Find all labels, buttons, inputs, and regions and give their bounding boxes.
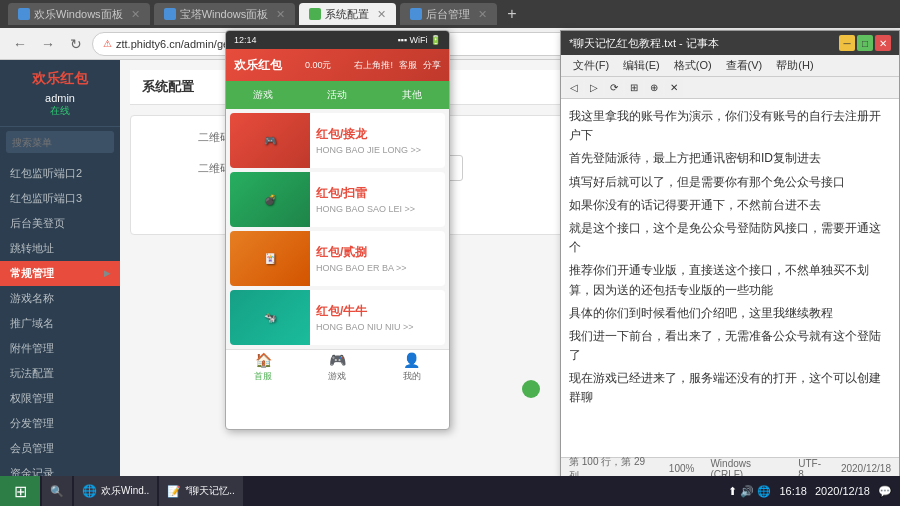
mobile-footer-game-label: 游戏 — [328, 370, 346, 383]
sidebar-item-12[interactable]: 资金记录 — [0, 461, 120, 476]
sidebar-item-2[interactable]: 后台美登页 — [0, 211, 120, 236]
editor-line-1: 首先登陆派待，最上方把通讯密钥和ID复制进去 — [569, 149, 891, 168]
mobile-footer-game[interactable]: 🎮 游戏 — [300, 350, 374, 385]
minimize-button[interactable]: ─ — [839, 35, 855, 51]
mobile-game-subtitle-3: HONG BAO NIU NIU >> — [316, 322, 439, 332]
sidebar-item-1[interactable]: 红包监听端口3 — [0, 186, 120, 211]
browser-titlebar: 欢乐Windows面板 ✕ 宝塔Windows面板 ✕ 系统配置 ✕ 后台管理 … — [0, 0, 900, 28]
tab-2[interactable]: 宝塔Windows面板 ✕ — [154, 3, 296, 25]
mobile-game-title-0: 红包/接龙 — [316, 126, 439, 143]
mobile-game-item-0[interactable]: 🎮 红包/接龙 HONG BAO JIE LONG >> — [230, 113, 445, 168]
sidebar-item-8[interactable]: 玩法配置 — [0, 361, 120, 386]
menu-edit[interactable]: 编辑(E) — [617, 55, 666, 76]
tab-close-2[interactable]: ✕ — [276, 8, 285, 21]
mobile-game-item-2[interactable]: 🃏 红包/贰捌 HONG BAO ER BA >> — [230, 231, 445, 286]
menu-help[interactable]: 帮助(H) — [770, 55, 819, 76]
sidebar-status: 在线 — [8, 104, 112, 118]
mobile-top-share[interactable]: 分享 — [423, 59, 441, 72]
editor-refresh-btn[interactable]: ⟳ — [605, 79, 623, 97]
tab-favicon-4 — [410, 8, 422, 20]
taskbar-icons: ⬆ 🔊 🌐 — [728, 485, 771, 498]
sidebar-item-6[interactable]: 推广域名 — [0, 311, 120, 336]
mobile-topbar: 欢乐红包 0.00元 右上角推! 客服 分享 — [226, 49, 449, 81]
maximize-button[interactable]: □ — [857, 35, 873, 51]
sidebar-item-7[interactable]: 附件管理 — [0, 336, 120, 361]
close-button[interactable]: ✕ — [875, 35, 891, 51]
sidebar-item-label-0: 红包监听端口2 — [10, 166, 82, 181]
taskbar-browser[interactable]: 🌐 欢乐Wind.. — [74, 476, 157, 506]
tab-close-3[interactable]: ✕ — [377, 8, 386, 21]
back-button[interactable]: ← — [8, 32, 32, 56]
mobile-game-thumb-label-0: 🎮 — [264, 135, 276, 146]
mobile-game-info-1: 红包/扫雷 HONG BAO SAO LEI >> — [310, 181, 445, 218]
mobile-signal: ▪▪▪ WiFi 🔋 — [397, 35, 441, 45]
tab-1[interactable]: 欢乐Windows面板 ✕ — [8, 3, 150, 25]
mobile-game-thumb-1: 💣 — [230, 172, 310, 227]
sidebar-item-label-5: 游戏名称 — [10, 291, 54, 306]
sidebar-user: admin 在线 — [8, 92, 112, 118]
editor-grid-btn[interactable]: ⊞ — [625, 79, 643, 97]
sidebar-item-label-3: 跳转地址 — [10, 241, 54, 256]
mobile-game-info-0: 红包/接龙 HONG BAO JIE LONG >> — [310, 122, 445, 159]
mobile-nav-activity[interactable]: 活动 — [321, 88, 353, 102]
tab-favicon-3 — [309, 8, 321, 20]
editor-line-5: 推荐你们开通专业版，直接送这个接口，不然单独买不划算，因为送的还包括专业版的一些… — [569, 261, 891, 299]
mobile-nav-game[interactable]: 游戏 — [247, 88, 279, 102]
mobile-footer: 🏠 首服 🎮 游戏 👤 我的 — [226, 349, 449, 385]
editor-forward-btn[interactable]: ▷ — [585, 79, 603, 97]
mobile-game-subtitle-1: HONG BAO SAO LEI >> — [316, 204, 439, 214]
editor-content[interactable]: 我这里拿我的账号作为演示，你们没有账号的自行去注册开户下 首先登陆派待，最上方把… — [561, 99, 899, 457]
sidebar-item-label-11: 会员管理 — [10, 441, 54, 456]
editor-zoom: 100% — [669, 463, 695, 474]
editor-line-3: 如果你没有的话记得要开通下，不然前台进不去 — [569, 196, 891, 215]
browser-icon: 🌐 — [82, 484, 97, 498]
mobile-game-thumb-label-3: 🐄 — [264, 312, 276, 323]
notepad-icon: 📝 — [167, 485, 181, 498]
mobile-game-thumb-0: 🎮 — [230, 113, 310, 168]
mobile-game-title-2: 红包/贰捌 — [316, 244, 439, 261]
editor-line-4: 就是这个接口，这个是免公众号登陆防风接口，需要开通这个 — [569, 219, 891, 257]
notification-icon[interactable]: 💬 — [878, 485, 892, 498]
sidebar-item-4[interactable]: 常规管理 ▶ — [0, 261, 120, 286]
sidebar-item-0[interactable]: 红包监听端口2 — [0, 161, 120, 186]
new-tab-button[interactable]: + — [501, 5, 522, 23]
mobile-nav-other[interactable]: 其他 — [396, 88, 428, 102]
sidebar-logo: 欢乐红包 — [8, 70, 112, 88]
sidebar-item-3[interactable]: 跳转地址 — [0, 236, 120, 261]
chevron-right-icon: ▶ — [104, 269, 110, 278]
taskbar-search[interactable]: 🔍 — [42, 476, 72, 506]
taskbar-notepad[interactable]: 📝 *聊天记忆.. — [159, 476, 242, 506]
editor-back-btn[interactable]: ◁ — [565, 79, 583, 97]
mobile-game-item-3[interactable]: 🐄 红包/牛牛 HONG BAO NIU NIU >> — [230, 290, 445, 345]
mobile-game-item-1[interactable]: 💣 红包/扫雷 HONG BAO SAO LEI >> — [230, 172, 445, 227]
sidebar-item-label-4: 常规管理 — [10, 266, 54, 281]
sidebar-search-input[interactable] — [6, 131, 114, 153]
forward-button[interactable]: → — [36, 32, 60, 56]
sidebar-item-5[interactable]: 游戏名称 — [0, 286, 120, 311]
tab-close-4[interactable]: ✕ — [478, 8, 487, 21]
menu-view[interactable]: 查看(V) — [720, 55, 769, 76]
start-button[interactable]: ⊞ — [0, 476, 40, 506]
sidebar-item-11[interactable]: 会员管理 — [0, 436, 120, 461]
menu-format[interactable]: 格式(O) — [668, 55, 718, 76]
sidebar-item-label-8: 玩法配置 — [10, 366, 54, 381]
tab-favicon-1 — [18, 8, 30, 20]
sidebar-item-9[interactable]: 权限管理 — [0, 386, 120, 411]
taskbar-left: ⊞ 🔍 🌐 欢乐Wind.. 📝 *聊天记忆.. — [0, 476, 243, 506]
sidebar-item-label-10: 分发管理 — [10, 416, 54, 431]
mobile-top-promo[interactable]: 右上角推! — [354, 59, 393, 72]
editor-close-tab-btn[interactable]: ✕ — [665, 79, 683, 97]
refresh-button[interactable]: ↻ — [64, 32, 88, 56]
tab-favicon-2 — [164, 8, 176, 20]
editor-line-7: 我们进一下前台，看出来了，无需准备公众号就有这个登陆了 — [569, 327, 891, 365]
menu-file[interactable]: 文件(F) — [567, 55, 615, 76]
editor-add-btn[interactable]: ⊕ — [645, 79, 663, 97]
tab-3[interactable]: 系统配置 ✕ — [299, 3, 396, 25]
tab-close-1[interactable]: ✕ — [131, 8, 140, 21]
mobile-logo: 欢乐红包 — [234, 57, 282, 74]
mobile-footer-home[interactable]: 🏠 首服 — [226, 350, 300, 385]
sidebar-item-10[interactable]: 分发管理 — [0, 411, 120, 436]
mobile-footer-profile[interactable]: 👤 我的 — [375, 350, 449, 385]
tab-4[interactable]: 后台管理 ✕ — [400, 3, 497, 25]
mobile-top-service[interactable]: 客服 — [399, 59, 417, 72]
